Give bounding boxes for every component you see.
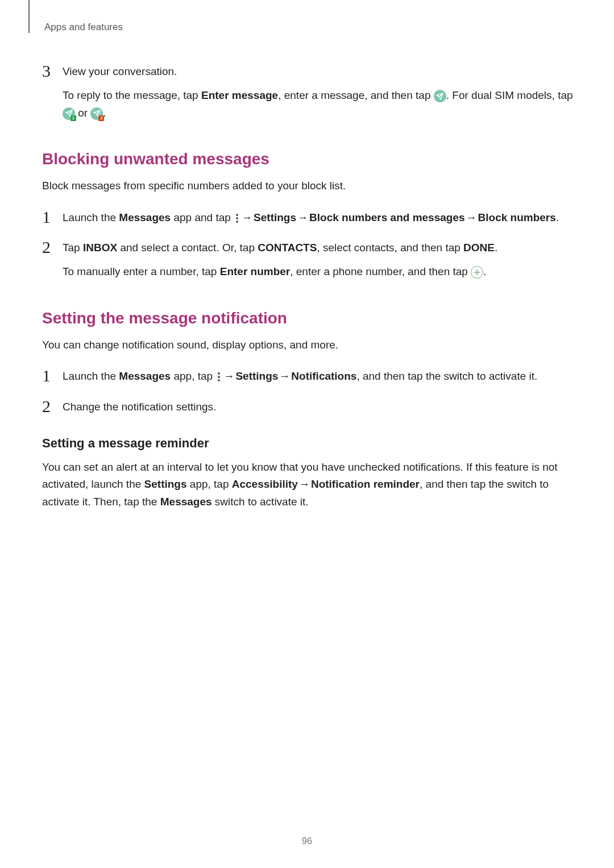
sim-badge-1: 1 (70, 115, 76, 121)
step-number: 3 (42, 61, 58, 80)
step-number: 2 (42, 397, 58, 416)
arrow-icon: → (279, 368, 290, 385)
page-number: 96 (302, 836, 312, 846)
notification-step-1: 1 Launch the Messages app, tap → Setting… (42, 366, 574, 385)
bold-text: Enter message (201, 89, 278, 101)
bold-text: Block numbers (478, 211, 556, 223)
bold-text: Settings (254, 211, 296, 223)
blocking-step-2-detail: To manually enter a number, tap Enter nu… (63, 263, 574, 280)
bold-text: Block numbers and messages (309, 211, 465, 223)
desc-notification: You can change notification sound, displ… (42, 337, 574, 354)
blocking-step-1: 1 Launch the Messages app and tap → Sett… (42, 207, 574, 226)
text-fragment: or (75, 107, 90, 119)
send-icon (434, 90, 446, 102)
step-number: 1 (42, 207, 58, 226)
arrow-icon: → (466, 209, 477, 226)
step-3: 3 View your conversation. (42, 61, 574, 80)
text-fragment: Launch the (63, 211, 119, 223)
bold-text: Notification reminder (311, 478, 420, 490)
section-header: Apps and features (44, 22, 123, 33)
text-fragment: Tap (63, 242, 83, 254)
step-text: Launch the Messages app, tap → Settings … (63, 366, 574, 385)
content-area: 3 View your conversation. To reply to th… (42, 61, 574, 510)
text-fragment: . (556, 211, 559, 223)
text-fragment: , select contacts, and then tap (317, 242, 463, 254)
arrow-icon: → (223, 368, 234, 385)
blocking-step-2: 2 Tap INBOX and select a contact. Or, ta… (42, 238, 574, 256)
arrow-icon: → (297, 209, 308, 226)
page-container: Apps and features 3 View your conversati… (0, 0, 614, 868)
bold-text: Settings (235, 370, 278, 382)
text-fragment: To manually enter a number, tap (63, 265, 220, 277)
bold-text: CONTACTS (258, 242, 317, 254)
step-number: 2 (42, 238, 58, 256)
bold-text: Settings (144, 478, 187, 490)
desc-reminder: You can set an alert at an interval to l… (42, 459, 574, 510)
step-text: View your conversation. (63, 61, 574, 80)
text-fragment: switch to activate it. (212, 496, 309, 508)
send-sim1-icon: 1 (63, 107, 75, 120)
header-divider (28, 0, 30, 33)
text-fragment: Launch the (63, 370, 119, 382)
plus-icon (471, 266, 483, 279)
text-fragment: . For dual SIM models, tap (446, 89, 573, 101)
bold-text: Messages (160, 496, 212, 508)
text-fragment: . (483, 265, 486, 277)
arrow-icon: → (299, 476, 310, 493)
step-number: 1 (42, 366, 58, 385)
text-fragment: , and then tap the switch to activate it… (356, 370, 537, 382)
more-icon (235, 213, 239, 223)
bold-text: INBOX (83, 242, 117, 254)
text-fragment: and select a contact. Or, tap (117, 242, 258, 254)
more-icon (217, 372, 221, 382)
heading-notification: Setting the message notification (42, 309, 574, 327)
arrow-icon: → (242, 209, 252, 226)
text-fragment: , enter a phone number, and then tap (290, 265, 471, 277)
text-fragment: app, tap (187, 478, 232, 490)
step-text: Tap INBOX and select a contact. Or, tap … (63, 238, 574, 256)
bold-text: Messages (119, 211, 171, 223)
bold-text: Notifications (291, 370, 356, 382)
heading-reminder: Setting a message reminder (42, 436, 574, 451)
heading-blocking: Blocking unwanted messages (42, 150, 574, 168)
notification-step-2: 2 Change the notification settings. (42, 397, 574, 416)
sim-badge-2: 2 (98, 115, 104, 121)
text-fragment: . (495, 242, 497, 254)
step-3-detail: To reply to the message, tap Enter messa… (63, 87, 574, 122)
text-fragment: app and tap (171, 211, 234, 223)
bold-text: DONE (463, 242, 495, 254)
bold-text: Accessibility (232, 478, 298, 490)
text-fragment: , enter a message, and then tap (278, 89, 434, 101)
bold-text: Messages (119, 370, 171, 382)
text-fragment: app, tap (171, 370, 215, 382)
text-fragment: To reply to the message, tap (63, 89, 201, 101)
step-text: Change the notification settings. (63, 397, 574, 416)
step-text: Launch the Messages app and tap → Settin… (63, 207, 574, 226)
bold-text: Enter number (220, 265, 291, 277)
desc-blocking: Block messages from specific numbers add… (42, 177, 574, 194)
send-sim2-icon: 2 (90, 107, 103, 120)
